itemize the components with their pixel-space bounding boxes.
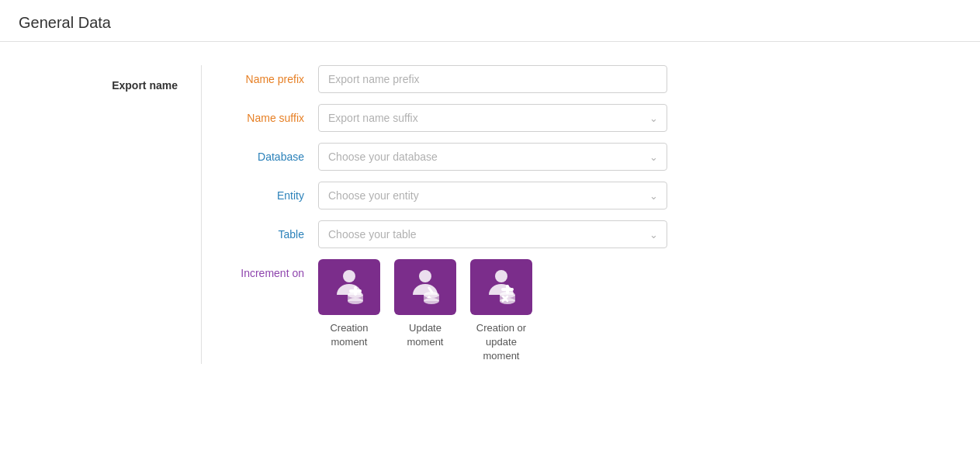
- svg-point-9: [424, 298, 439, 304]
- name-prefix-input[interactable]: [318, 65, 667, 93]
- page-title: General Data: [19, 14, 961, 32]
- table-label: Table: [233, 228, 318, 241]
- increment-update-icon-box: [394, 259, 456, 315]
- svg-rect-5: [349, 289, 362, 293]
- svg-rect-17: [501, 288, 514, 291]
- increment-on-row: Increment on: [233, 259, 667, 364]
- name-suffix-label: Name suffix: [233, 112, 318, 124]
- name-suffix-row: Name suffix Export name suffix ⌄: [233, 104, 667, 132]
- page-header: General Data: [0, 0, 980, 42]
- table-select-wrapper: Choose your table ⌄: [318, 220, 667, 248]
- creation-moment-icon: [327, 265, 371, 309]
- export-name-section-label: Export name: [112, 79, 178, 92]
- name-suffix-select-wrapper: Export name suffix ⌄: [318, 104, 667, 132]
- increment-update-option[interactable]: Updatemoment: [394, 259, 456, 349]
- entity-select-wrapper: Choose your entity ⌄: [318, 182, 667, 209]
- increment-creation-icon-box: [318, 259, 380, 315]
- table-row: Table Choose your table ⌄: [233, 220, 667, 248]
- svg-point-3: [348, 298, 363, 304]
- entity-label: Entity: [233, 189, 318, 202]
- database-select-wrapper: Choose your database ⌄: [318, 143, 667, 171]
- table-select[interactable]: Choose your table: [318, 220, 667, 248]
- database-row: Database Choose your database ⌄: [233, 143, 667, 171]
- increment-creation-option[interactable]: Creationmoment: [318, 259, 380, 349]
- increment-creation-update-label: Creation orupdatemoment: [476, 321, 526, 364]
- database-label: Database: [233, 151, 318, 163]
- svg-point-12: [495, 270, 507, 282]
- increment-on-label: Increment on: [233, 259, 318, 279]
- increment-options: Creationmoment: [318, 259, 532, 364]
- name-prefix-label: Name prefix: [233, 73, 318, 85]
- svg-point-0: [343, 270, 355, 282]
- fields-col: Name prefix Name suffix Export name suff…: [202, 65, 667, 364]
- increment-update-label: Updatemoment: [407, 321, 444, 349]
- increment-creation-label: Creationmoment: [330, 321, 368, 349]
- section-label-col: Export name: [47, 65, 202, 364]
- name-prefix-row: Name prefix: [233, 65, 667, 93]
- svg-point-6: [419, 270, 431, 282]
- creation-update-moment-icon: [480, 265, 523, 309]
- increment-creation-update-option[interactable]: Creation orupdatemoment: [470, 259, 532, 364]
- database-select[interactable]: Choose your database: [318, 143, 667, 171]
- update-moment-icon: [403, 265, 447, 309]
- entity-select[interactable]: Choose your entity: [318, 182, 667, 209]
- entity-row: Entity Choose your entity ⌄: [233, 182, 667, 209]
- name-suffix-select[interactable]: Export name suffix: [318, 104, 667, 132]
- increment-creation-update-icon-box: [470, 259, 532, 315]
